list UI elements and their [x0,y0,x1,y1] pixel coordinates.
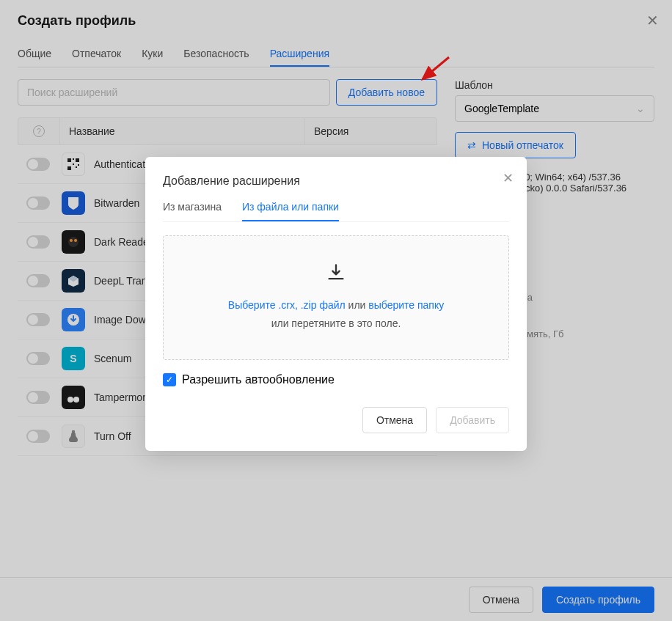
select-file-link[interactable]: Выберите .crx, .zip файл [228,299,346,311]
dropzone-hint: или перетяните в это поле. [178,315,494,333]
modal-overlay: Добавление расширения ✕ Из магазинаИз фа… [0,0,672,621]
modal-add-button[interactable]: Добавить [436,407,509,433]
select-folder-link[interactable]: выберите папку [368,299,444,311]
download-icon [326,262,346,283]
modal-tab-0[interactable]: Из магазина [163,201,222,221]
add-extension-modal: Добавление расширения ✕ Из магазинаИз фа… [145,157,527,451]
auto-update-label: Разрешить автообновление [182,373,335,386]
modal-cancel-button[interactable]: Отмена [362,407,427,433]
modal-tab-1[interactable]: Из файла или папки [242,201,339,221]
dropzone[interactable]: Выберите .crx, .zip файл или выберите па… [163,235,509,360]
modal-title: Добавление расширения [163,174,509,188]
modal-close-icon[interactable]: ✕ [503,170,514,186]
auto-update-checkbox[interactable]: ✓ [163,373,176,386]
